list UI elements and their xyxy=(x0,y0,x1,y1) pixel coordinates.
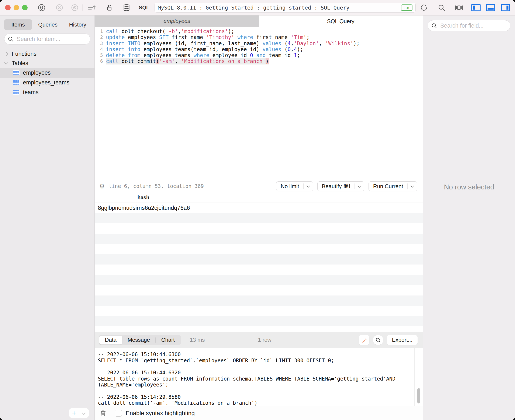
close-window-button[interactable] xyxy=(5,5,11,10)
log-entry: -- 2022-06-06 15:10:44.6300SELECT * FROM… xyxy=(98,352,411,364)
preview-icon[interactable] xyxy=(71,4,79,12)
commit-list-icon[interactable] xyxy=(87,3,96,12)
query-log[interactable]: -- 2022-06-06 15:10:44.6300SELECT * FROM… xyxy=(95,348,423,406)
gear-icon[interactable]: ⚙ xyxy=(99,183,105,190)
table-row-empty xyxy=(95,254,423,265)
cursor-position: line 6, column 53, location 369 xyxy=(109,183,204,189)
sidebar-tab-history[interactable]: History xyxy=(64,19,92,30)
dropdown-chevron-icon[interactable] xyxy=(407,186,417,187)
local-connection-badge: loc xyxy=(401,4,413,11)
export-button[interactable]: Export... xyxy=(387,335,418,345)
code-line-1[interactable]: 1call dolt_checkout('-b','modifications'… xyxy=(95,28,423,34)
code-line-text: update employees SET first_name='Timothy… xyxy=(106,34,309,40)
field-search-input[interactable] xyxy=(440,22,507,29)
add-item-dropdown[interactable] xyxy=(79,412,89,414)
title-bar: SQL MySQL 8.0.11 : Getting Started : get… xyxy=(0,0,515,15)
table-row-empty xyxy=(95,234,423,244)
add-item-button[interactable]: + xyxy=(69,408,89,418)
row-detail-panel: No row selected xyxy=(423,15,515,420)
syntax-highlighting-label: Enable syntax highlighting xyxy=(126,410,195,417)
results-header-row: hash xyxy=(95,192,423,203)
empty-cell xyxy=(95,316,192,326)
plus-icon[interactable]: + xyxy=(69,409,79,417)
log-entries: -- 2022-06-06 15:10:44.6300SELECT * FROM… xyxy=(98,352,411,406)
editor-tab-sql-query[interactable]: SQL Query xyxy=(259,15,423,27)
dropdown-chevron-icon[interactable] xyxy=(304,186,313,187)
button-label: Run Current xyxy=(369,183,407,190)
code-line-text: insert INTO employees (id, first_name, l… xyxy=(106,40,360,46)
connection-title: MySQL 8.0.11 : Getting Started : getting… xyxy=(154,3,416,13)
sidebar-tab-items[interactable]: Items xyxy=(4,19,32,30)
sidebar-tab-queries[interactable]: Queries xyxy=(34,19,61,30)
editor-tab-employees[interactable]: employees xyxy=(95,15,259,27)
log-sql-text: SELECT table_rows as count FROM informat… xyxy=(98,376,411,388)
line-number: 5 xyxy=(95,52,106,58)
layout-columns-icon[interactable] xyxy=(454,3,464,12)
lock-icon[interactable] xyxy=(105,3,114,12)
code-line-text: call dolt_commit('-am', 'Modifications o… xyxy=(106,58,269,64)
button-label: No limit xyxy=(277,183,303,190)
sql-mode-icon[interactable]: SQL xyxy=(139,5,149,11)
sql-editor[interactable]: 1call dolt_checkout('-b','modifications'… xyxy=(95,27,423,180)
no-row-selected-message: No row selected xyxy=(423,183,515,191)
sidebar-item-employees[interactable]: employees xyxy=(0,68,94,78)
beautify-button[interactable]: Beautify ⌘I xyxy=(317,181,364,191)
no-button[interactable]: No limit xyxy=(276,181,313,191)
table-row-empty xyxy=(95,306,423,316)
query-duration: 13 ms xyxy=(190,337,205,343)
result-tab-data[interactable]: Data xyxy=(99,336,122,345)
dropdown-chevron-icon[interactable] xyxy=(355,186,364,187)
tree-node-functions[interactable]: Functions xyxy=(0,49,94,59)
pin-result-button[interactable] xyxy=(359,335,369,345)
line-number: 4 xyxy=(95,46,106,52)
result-row-count: 1 row xyxy=(258,337,271,343)
column-header-hash[interactable]: hash xyxy=(95,192,192,202)
log-timestamp: -- 2022-06-06 15:10:44.6300 xyxy=(98,352,411,358)
code-line-3[interactable]: 3insert INTO employees (id, first_name, … xyxy=(95,40,423,46)
log-sql-text: SELECT * FROM `getting_started`.`employe… xyxy=(98,358,411,364)
tree-node-tables[interactable]: Tables xyxy=(0,59,94,68)
log-scrollbar-thumb[interactable] xyxy=(417,388,420,404)
toggle-left-panel-button[interactable] xyxy=(471,4,481,11)
empty-cell xyxy=(95,234,192,244)
table-name-label: employees xyxy=(23,70,51,76)
clear-log-button[interactable] xyxy=(100,409,107,417)
window-title-text: MySQL 8.0.11 : Getting Started : getting… xyxy=(158,5,349,11)
result-tab-message[interactable]: Message xyxy=(122,336,156,345)
toggle-right-panel-button[interactable] xyxy=(500,4,511,11)
code-line-6[interactable]: 6call dolt_commit('-am', 'Modifications … xyxy=(95,58,423,64)
zoom-window-button[interactable] xyxy=(22,5,28,10)
field-search-field[interactable] xyxy=(428,20,510,31)
sidebar-search-input[interactable] xyxy=(16,36,87,43)
disconnect-icon[interactable] xyxy=(55,4,63,12)
hash-cell[interactable]: 8gglbpnomudsirns6u2cjeitundq76a6 xyxy=(95,203,192,213)
table-row[interactable]: 8gglbpnomudsirns6u2cjeitundq76a6 xyxy=(95,203,423,213)
sidebar-item-teams[interactable]: teams xyxy=(0,87,94,97)
code-line-4[interactable]: 4insert into employees_teams(team_id, em… xyxy=(95,46,423,52)
line-number: 3 xyxy=(95,40,106,46)
chevron-right-icon xyxy=(4,52,8,56)
search-results-button[interactable] xyxy=(373,335,383,345)
syntax-highlighting-checkbox[interactable] xyxy=(115,410,122,417)
empty-cell xyxy=(95,264,192,275)
code-line-2[interactable]: 2update employees SET first_name='Timoth… xyxy=(95,34,423,40)
refresh-icon[interactable] xyxy=(420,3,428,12)
log-scrollbar-track[interactable] xyxy=(414,348,423,406)
table-row-empty xyxy=(95,316,423,326)
log-timestamp: -- 2022-06-06 15:14:29.8580 xyxy=(98,394,411,400)
sidebar-item-employees_teams[interactable]: employees_teams xyxy=(0,78,94,87)
toggle-bottom-panel-button[interactable] xyxy=(485,4,496,11)
database-icon[interactable] xyxy=(122,3,131,12)
connection-icon[interactable] xyxy=(37,3,46,12)
main-area: employeesSQL Query 1call dolt_checkout('… xyxy=(95,15,423,420)
code-line-5[interactable]: 5delete from employees_teams where emplo… xyxy=(95,52,423,58)
table-row-empty xyxy=(95,244,423,254)
log-entry: -- 2022-06-06 15:10:44.6320SELECT table_… xyxy=(98,370,411,388)
result-tab-chart[interactable]: Chart xyxy=(156,336,180,345)
sidebar-search-field[interactable] xyxy=(4,34,90,45)
run-button[interactable]: Run Current xyxy=(369,181,417,191)
table-row-empty xyxy=(95,326,423,332)
minimize-window-button[interactable] xyxy=(14,5,19,10)
toolbar-divider xyxy=(483,4,483,11)
search-icon[interactable] xyxy=(437,3,446,12)
